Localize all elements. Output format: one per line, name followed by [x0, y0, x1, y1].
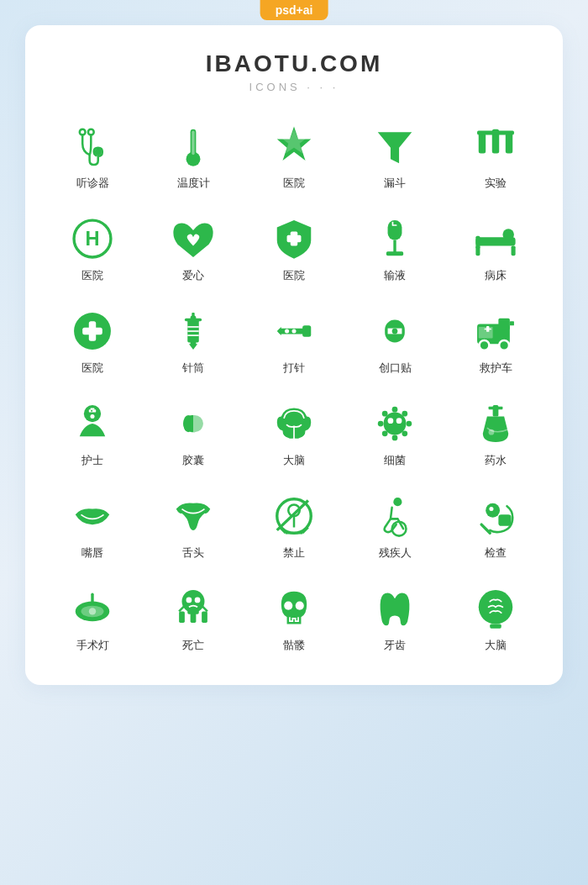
svg-point-91 [182, 590, 205, 613]
svg-point-65 [382, 411, 388, 417]
icon-label: 骷髅 [283, 638, 305, 653]
svg-line-99 [202, 606, 207, 612]
svg-rect-103 [490, 624, 501, 629]
brain-head-icon [473, 586, 518, 631]
stethoscope-icon [70, 124, 115, 169]
svg-point-39 [285, 329, 289, 333]
icon-label: 药水 [485, 453, 507, 468]
icon-label: 医院 [81, 268, 103, 283]
list-item: 手术灯 [42, 576, 143, 660]
hospital-h-icon: H [70, 216, 115, 261]
svg-rect-15 [388, 220, 402, 240]
surgery-lamp-icon [70, 586, 115, 631]
list-item: 护士 [42, 391, 143, 475]
nurse-icon [70, 401, 115, 446]
svg-rect-27 [82, 328, 102, 335]
svg-point-92 [186, 598, 192, 603]
list-item: 大脑 [244, 391, 344, 475]
list-item: 实验 [445, 113, 546, 198]
icon-label: 牙齿 [384, 638, 406, 653]
injection-icon [271, 308, 317, 354]
list-item: 漏斗 [344, 113, 445, 198]
list-item: 舌头 [143, 483, 244, 567]
list-item: 病床 [445, 206, 546, 290]
checkup-icon [473, 493, 518, 539]
list-item: 禁止 [244, 483, 344, 567]
funnel-icon [372, 124, 417, 169]
death-icon [171, 586, 216, 631]
svg-rect-19 [392, 222, 394, 226]
svg-point-40 [291, 329, 296, 333]
svg-point-2 [95, 149, 102, 155]
list-item: 残疾人 [344, 483, 445, 567]
list-item: 创口贴 [344, 298, 445, 382]
icon-label: 针筒 [182, 361, 204, 376]
icon-label: 创口贴 [379, 361, 412, 376]
brain-icon [271, 401, 317, 446]
svg-rect-9 [506, 134, 512, 154]
bandage-icon [372, 308, 417, 354]
list-item: 医院 [244, 206, 344, 290]
icon-label: 医院 [81, 361, 103, 376]
syringe-icon [171, 308, 216, 354]
format-badge: psd+ai [260, 0, 328, 20]
list-item: 大脑 [445, 576, 546, 660]
list-item: H 医院 [42, 206, 143, 290]
icon-label: 爱心 [182, 268, 204, 283]
svg-point-61 [392, 407, 398, 413]
svg-marker-6 [378, 132, 412, 163]
icon-label: 病床 [485, 268, 507, 283]
icon-label: 医院 [283, 268, 305, 283]
tooth-icon [372, 586, 417, 631]
icon-label: 打针 [283, 361, 305, 376]
test-tubes-icon [473, 124, 518, 169]
list-item: 骷髅 [244, 576, 344, 660]
svg-point-73 [489, 429, 495, 435]
plus-circle-icon [70, 308, 115, 354]
svg-point-47 [480, 340, 490, 350]
list-item: 救护车 [445, 298, 546, 382]
svg-point-62 [392, 435, 398, 441]
svg-rect-45 [498, 319, 510, 330]
disabled-person-icon [372, 493, 417, 539]
svg-rect-17 [386, 251, 403, 255]
svg-point-52 [84, 405, 101, 422]
icon-label: 舌头 [182, 545, 204, 561]
list-item: 打针 [244, 298, 344, 382]
icon-label: 大脑 [283, 453, 305, 468]
icon-label: 实验 [485, 176, 507, 191]
svg-rect-51 [510, 321, 514, 325]
icon-label: 温度计 [177, 176, 210, 191]
svg-point-90 [89, 608, 96, 614]
icon-label: 死亡 [182, 638, 204, 653]
svg-point-64 [407, 421, 412, 427]
icon-label: 手术灯 [76, 638, 109, 653]
list-item: 药水 [445, 391, 546, 475]
svg-point-101 [296, 602, 304, 610]
icon-label: 听诊器 [76, 176, 109, 191]
svg-rect-37 [302, 325, 311, 337]
svg-line-98 [179, 606, 185, 612]
list-item: 死亡 [143, 576, 244, 660]
icon-label: 嘴唇 [81, 545, 103, 561]
svg-point-67 [382, 430, 388, 436]
icon-label: 大脑 [485, 638, 507, 653]
svg-rect-96 [202, 611, 207, 623]
icon-label: 细菌 [384, 453, 406, 468]
list-item: 温度计 [143, 113, 244, 198]
iv-bag-icon [372, 216, 417, 261]
svg-rect-22 [512, 245, 516, 255]
svg-rect-31 [185, 319, 202, 321]
thermometer-icon [171, 124, 216, 169]
capsule-icon [171, 401, 216, 446]
svg-point-81 [393, 498, 402, 506]
svg-rect-16 [393, 240, 396, 253]
svg-marker-38 [277, 327, 281, 335]
icon-label: 检查 [485, 545, 507, 561]
svg-rect-55 [91, 410, 92, 412]
svg-rect-32 [192, 313, 194, 319]
list-item: 医院 [42, 298, 143, 382]
card-title: IBAOTU.COM [206, 50, 382, 77]
svg-point-68 [402, 430, 407, 436]
list-item: 针筒 [143, 298, 244, 382]
